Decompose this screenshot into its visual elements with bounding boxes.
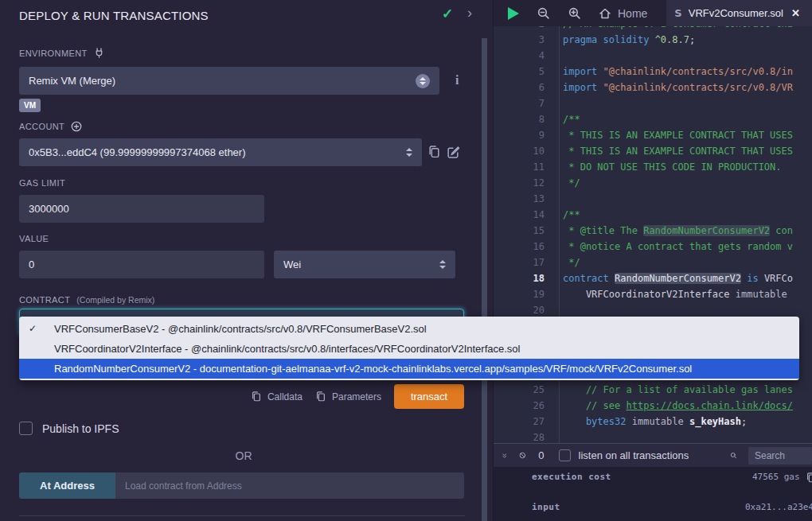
code-line: 6import "@chainlink/contracts/src/v0.8/V…: [494, 80, 812, 95]
code-line: 10 * THIS IS AN EXAMPLE CONTRACT THAT US…: [494, 143, 812, 159]
account-label-row: ACCOUNT: [19, 121, 82, 132]
line-number: 20: [494, 302, 545, 318]
environment-select[interactable]: Remix VM (Merge): [19, 67, 439, 95]
gas-limit-input[interactable]: [29, 203, 255, 215]
select-updown-icon: [416, 74, 430, 88]
line-content: bytes32 immutable s_keyHash;: [559, 414, 747, 430]
code-line: 9 * THIS IS AN EXAMPLE CONTRACT THAT USE…: [494, 127, 812, 143]
line-content: */: [559, 175, 580, 191]
line-content: // see https://docs.chain.link/docs/: [559, 398, 793, 414]
line-number: 18: [494, 270, 545, 286]
contract-label-row: CONTRACT (Compiled by Remix): [19, 295, 154, 305]
line-content: * DO NOT USE THIS CODE IN PRODUCTION.: [559, 159, 782, 175]
line-number: 19: [494, 286, 545, 302]
line-number: 10: [494, 143, 545, 159]
terminal-toolbar: 0 listen on all transactions: [494, 443, 812, 467]
section-divider: [19, 515, 465, 516]
publish-ipfs-checkbox[interactable]: [19, 422, 33, 435]
line-number: 3: [494, 32, 545, 48]
at-address-button[interactable]: At Address: [19, 472, 115, 499]
add-account-icon[interactable]: [71, 121, 82, 132]
terminal-search-input[interactable]: [748, 447, 812, 465]
contract-sublabel: (Compiled by Remix): [76, 295, 154, 305]
account-select[interactable]: 0x5B3...eddC4 (99.99999999997374068 ethe…: [19, 138, 422, 166]
plug-icon: [94, 48, 104, 58]
code-lines: 2// An example of a consumer contract th…: [494, 26, 812, 443]
line-number: 17: [494, 255, 545, 270]
terminal-key: execution cost: [532, 472, 611, 482]
value-input[interactable]: [29, 259, 255, 270]
code-line: 4: [494, 48, 812, 64]
terminal: 0 listen on all transactions execution c…: [494, 443, 812, 521]
line-number: 16: [494, 239, 545, 255]
collapse-panel-chevron-icon[interactable]: ›: [467, 5, 472, 21]
terminal-value: 47565 gas: [752, 472, 800, 482]
file-tab-label: VRFv2Consumer.sol: [689, 7, 783, 19]
compile-success-check-icon: ✓: [442, 6, 453, 22]
edit-account-icon[interactable]: [447, 145, 460, 159]
value-unit: Wei: [283, 259, 439, 270]
code-area[interactable]: 2// An example of a consumer contract th…: [494, 26, 812, 443]
copy-account-icon[interactable]: [427, 145, 441, 159]
environment-value: Remix VM (Merge): [29, 75, 416, 87]
dropdown-item-vrfcoordinatorv2interface[interactable]: VRFCoordinatorV2Interface - @chainlink/c…: [19, 339, 799, 359]
panel-title: DEPLOY & RUN TRANSACTIONS: [19, 9, 209, 22]
tab-home[interactable]: Home: [599, 7, 647, 20]
listen-all-transactions-checkbox[interactable]: [559, 449, 571, 461]
copy-parameters-button[interactable]: Parameters: [315, 391, 381, 402]
environment-label-row: ENVIRONMENT: [19, 48, 104, 58]
line-number: 2: [494, 26, 545, 32]
terminal-row-execution-cost: execution cost 47565 gas: [494, 472, 812, 484]
zoom-out-icon[interactable]: [537, 6, 550, 20]
line-number: 11: [494, 159, 545, 175]
line-content: import "@chainlink/contracts/src/v0.8/in: [559, 64, 793, 80]
copy-calldata-button[interactable]: Calldata: [251, 391, 303, 402]
run-script-play-icon[interactable]: [508, 7, 519, 20]
value-unit-select[interactable]: Wei: [274, 251, 455, 278]
copy-icon: [315, 391, 326, 402]
transact-button[interactable]: transact: [394, 384, 464, 409]
code-line: 27 bytes32 immutable s_keyHash;: [494, 414, 812, 430]
dropdown-item-vrfconsumerbasev2[interactable]: ✓ VRFConsumerBaseV2 - @chainlink/contrac…: [19, 319, 799, 339]
account-label: ACCOUNT: [19, 122, 64, 131]
line-content: /**: [559, 207, 580, 223]
value-field: [19, 251, 264, 278]
zoom-in-icon[interactable]: [568, 6, 581, 20]
copy-value-icon[interactable]: [806, 472, 812, 484]
at-address-input[interactable]: [115, 472, 464, 499]
transaction-count-badge: 0: [538, 449, 544, 461]
editor-tabbar: Home S VRFv2Consumer.sol ✕: [494, 0, 812, 26]
line-content: [559, 191, 563, 207]
line-content: /**: [559, 111, 580, 127]
code-line: 12 */: [494, 175, 812, 191]
panel-scrollbar[interactable]: [482, 38, 487, 521]
publish-ipfs-row: Publish to IPFS: [19, 422, 119, 435]
code-line: 20: [494, 302, 812, 318]
line-number: 9: [494, 127, 545, 143]
select-updown-icon: [439, 260, 446, 269]
expand-terminal-double-chevron-icon[interactable]: [502, 450, 508, 461]
line-number: 27: [494, 414, 545, 430]
clear-console-ban-icon[interactable]: [519, 449, 526, 461]
select-updown-icon: [406, 148, 412, 157]
close-tab-icon[interactable]: ✕: [791, 7, 800, 19]
code-line: 5import "@chainlink/contracts/src/v0.8/i…: [494, 64, 812, 80]
code-line: 8/**: [494, 111, 812, 127]
environment-info-icon[interactable]: i: [455, 73, 459, 87]
deploy-actions-row: Calldata Parameters transact: [19, 384, 464, 409]
terminal-value: 0xa21...a23e4: [745, 502, 812, 512]
line-content: // An example of a consumer contract tha: [559, 26, 793, 32]
home-tab-label: Home: [618, 7, 647, 20]
code-line: 25 // For a list of available gas lanes: [494, 382, 812, 398]
code-line: 2// An example of a consumer contract th…: [494, 26, 812, 32]
dropdown-item-randomnumberconsumerv2[interactable]: RandomNumberConsumerV2 - documentation-g…: [19, 359, 799, 379]
line-number: 13: [494, 191, 545, 207]
listen-all-transactions-label: listen on all transactions: [579, 449, 689, 461]
code-line: 17 */: [494, 255, 812, 270]
code-line: 14/**: [494, 207, 812, 223]
solidity-icon: S: [674, 7, 681, 19]
tab-vrfv2consumer[interactable]: S VRFv2Consumer.sol ✕: [666, 0, 812, 26]
line-number: 28: [494, 430, 545, 443]
panel-header: DEPLOY & RUN TRANSACTIONS ✓ ›: [0, 0, 493, 35]
vm-badge: VM: [19, 99, 41, 112]
